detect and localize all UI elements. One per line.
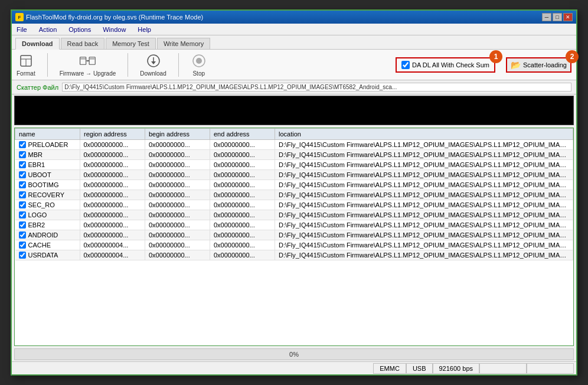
cell-name-text: PRELOADER bbox=[28, 141, 68, 148]
row-checkbox[interactable] bbox=[19, 141, 26, 148]
status-emmc: EMMC bbox=[373, 363, 406, 374]
cell-end: 0x00000000... bbox=[210, 140, 275, 150]
col-location: location bbox=[275, 129, 573, 140]
main-window: F FlashToolMod fly-droid.org by oleg.svs… bbox=[11, 9, 577, 376]
stop-button[interactable]: Stop bbox=[191, 53, 207, 77]
row-checkbox[interactable] bbox=[19, 161, 26, 168]
col-region: region address bbox=[80, 129, 145, 140]
row-checkbox[interactable] bbox=[19, 191, 26, 198]
tab-write-memory[interactable]: Write Memory bbox=[157, 38, 210, 49]
menu-help[interactable]: Help bbox=[135, 25, 153, 34]
cell-location: D:\Fly_IQ4415\Custom Firmware\ALPS.L1.MP… bbox=[275, 210, 573, 220]
cell-begin: 0x00000000... bbox=[145, 180, 210, 190]
cell-begin: 0x00000000... bbox=[145, 170, 210, 180]
menu-options[interactable]: Options bbox=[66, 25, 93, 34]
cell-begin: 0x00000000... bbox=[145, 190, 210, 200]
toolbar-right: DA DL All With Check Sum 1 📂 Scatter-loa… bbox=[396, 57, 571, 73]
tab-download[interactable]: Download bbox=[15, 38, 60, 50]
table-body: PRELOADER0x000000000...0x00000000...0x00… bbox=[15, 140, 573, 260]
table-container[interactable]: name region address begin address end ad… bbox=[14, 128, 574, 346]
col-name: name bbox=[15, 129, 80, 140]
cell-end: 0x00000000... bbox=[210, 160, 275, 170]
tab-memory-test[interactable]: Memory Test bbox=[106, 38, 156, 49]
row-checkbox[interactable] bbox=[19, 151, 26, 158]
menu-file[interactable]: File bbox=[14, 25, 30, 34]
row-checkbox[interactable] bbox=[19, 252, 26, 259]
svg-rect-4 bbox=[81, 58, 86, 59]
svg-point-13 bbox=[196, 58, 202, 64]
table-row: EBR10x000000000...0x00000000...0x0000000… bbox=[15, 160, 573, 170]
table-row: LOGO0x000000000...0x00000000...0x0000000… bbox=[15, 210, 573, 220]
cell-region: 0x000000000... bbox=[80, 230, 145, 240]
row-checkbox[interactable] bbox=[19, 221, 26, 229]
close-button[interactable]: ✕ bbox=[563, 13, 573, 21]
table-row: EBR20x000000000...0x00000000...0x0000000… bbox=[15, 220, 573, 230]
cell-name: SEC_RO bbox=[15, 200, 80, 210]
cell-end: 0x00000000... bbox=[210, 180, 275, 190]
cell-location: D:\Fly_IQ4415\Custom Firmware\ALPS.L1.MP… bbox=[275, 180, 573, 190]
cell-end: 0x00000000... bbox=[210, 230, 275, 240]
cell-begin: 0x00000000... bbox=[145, 160, 210, 170]
progress-label: 0% bbox=[289, 351, 299, 358]
table-row: MBR0x000000000...0x00000000...0x00000000… bbox=[15, 150, 573, 160]
da-checkbox-wrapper: DA DL All With Check Sum 1 bbox=[396, 57, 495, 73]
restore-button[interactable]: □ bbox=[553, 13, 562, 21]
cell-location: D:\Fly_IQ4415\Custom Firmware\ALPS.L1.MP… bbox=[275, 200, 573, 210]
annotation-bubble-2: 2 bbox=[566, 50, 579, 63]
scatter-btn-wrapper: 📂 Scatter-loading 2 bbox=[500, 57, 571, 73]
cell-region: 0x000000000... bbox=[80, 160, 145, 170]
cell-name: BOOTIMG bbox=[15, 180, 80, 190]
cell-region: 0x000000000... bbox=[80, 180, 145, 190]
scatter-loading-button[interactable]: 📂 Scatter-loading bbox=[506, 57, 571, 73]
minimize-button[interactable]: ─ bbox=[542, 13, 551, 21]
cell-end: 0x00000000... bbox=[210, 240, 275, 250]
cell-location: D:\Fly_IQ4415\Custom Firmware\ALPS.L1.MP… bbox=[275, 170, 573, 180]
stop-icon bbox=[191, 53, 207, 69]
cell-begin: 0x00000000... bbox=[145, 200, 210, 210]
format-icon bbox=[18, 53, 34, 69]
status-empty-1 bbox=[479, 363, 527, 374]
cell-region: 0x000000000... bbox=[80, 210, 145, 220]
cell-region: 0x000000000... bbox=[80, 190, 145, 200]
cell-name-text: CACHE bbox=[28, 242, 51, 249]
cell-name-text: BOOTIMG bbox=[28, 181, 59, 188]
cell-name-text: USRDATA bbox=[28, 252, 58, 259]
status-spacer bbox=[14, 363, 373, 374]
cell-region: 0x000000000... bbox=[80, 150, 145, 160]
menu-action[interactable]: Action bbox=[37, 25, 60, 34]
row-checkbox[interactable] bbox=[19, 231, 26, 239]
table-row: CACHE0x000000004...0x00000000...0x000000… bbox=[15, 240, 573, 250]
cell-end: 0x00000000... bbox=[210, 190, 275, 200]
cell-name-text: EBR1 bbox=[28, 161, 45, 168]
svg-marker-11 bbox=[151, 61, 156, 64]
cell-begin: 0x00000000... bbox=[145, 150, 210, 160]
menu-bar: File Action Options Window Help bbox=[12, 24, 576, 35]
da-checkbox-area: DA DL All With Check Sum bbox=[396, 57, 495, 73]
scatter-file-path: D:\Fly_IQ4415\Custom Firmware\ALPS.L1.MP… bbox=[62, 83, 571, 92]
cell-name: RECOVERY bbox=[15, 190, 80, 200]
cell-name: EBR1 bbox=[15, 160, 80, 169]
row-checkbox[interactable] bbox=[19, 211, 26, 218]
cell-name: ANDROID bbox=[15, 230, 80, 240]
cell-name: PRELOADER bbox=[15, 140, 80, 149]
format-button[interactable]: Format bbox=[17, 53, 35, 77]
cell-end: 0x00000000... bbox=[210, 250, 275, 260]
cell-begin: 0x00000000... bbox=[145, 250, 210, 260]
cell-region: 0x000000000... bbox=[80, 140, 145, 150]
download-button[interactable]: Download bbox=[140, 53, 166, 77]
cell-name: UBOOT bbox=[15, 170, 80, 180]
cell-begin: 0x00000000... bbox=[145, 210, 210, 220]
da-checkbox[interactable] bbox=[401, 61, 410, 69]
firmware-button[interactable]: Firmware → Upgrade bbox=[60, 53, 116, 77]
svg-rect-7 bbox=[90, 58, 95, 59]
table-row: BOOTIMG0x000000000...0x00000000...0x0000… bbox=[15, 180, 573, 190]
row-checkbox[interactable] bbox=[19, 181, 26, 188]
menu-window[interactable]: Window bbox=[100, 25, 128, 34]
row-checkbox[interactable] bbox=[19, 171, 26, 178]
tab-readback[interactable]: Read back bbox=[61, 38, 105, 49]
row-checkbox[interactable] bbox=[19, 201, 26, 208]
cell-name: MBR bbox=[15, 150, 80, 159]
status-baud: 921600 bps bbox=[433, 363, 480, 374]
row-checkbox[interactable] bbox=[19, 242, 26, 249]
cell-location: D:\Fly_IQ4415\Custom Firmware\ALPS.L1.MP… bbox=[275, 240, 573, 250]
